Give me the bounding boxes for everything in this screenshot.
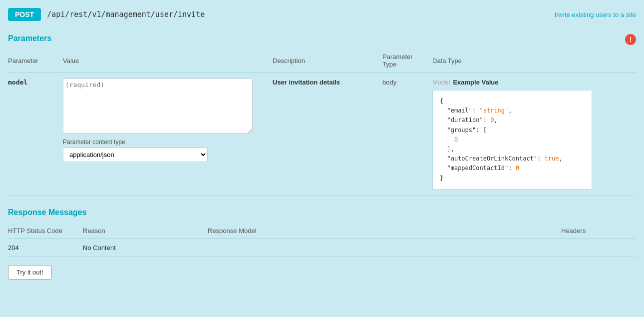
datatype-tabs: Model Example Value bbox=[432, 78, 632, 86]
error-icon[interactable]: ! bbox=[625, 34, 636, 45]
col-header-parameter: Parameter bbox=[8, 50, 63, 72]
param-name-cell: model bbox=[8, 72, 63, 196]
col-header-reason: Reason bbox=[83, 224, 208, 239]
response-header-row: HTTP Status Code Reason Response Model H… bbox=[8, 224, 636, 239]
parameters-section: Parameters ! Parameter Value Description… bbox=[8, 34, 636, 196]
try-it-out-button[interactable]: Try it out! bbox=[8, 265, 52, 280]
error-icon-circle[interactable]: ! bbox=[625, 34, 636, 45]
param-datatype-cell: Model Example Value { "email": "string",… bbox=[432, 72, 636, 196]
col-header-headers: Headers bbox=[561, 224, 636, 239]
parameters-table: Parameter Value Description Parameter Ty… bbox=[8, 50, 636, 196]
col-header-response-model: Response Model bbox=[208, 224, 561, 239]
response-section: Response Messages HTTP Status Code Reaso… bbox=[8, 208, 636, 257]
params-header-row: Parameter Value Description Parameter Ty… bbox=[8, 50, 636, 72]
param-description-cell: User invitation details bbox=[273, 72, 382, 196]
endpoint-description[interactable]: Invite existing users to a site bbox=[555, 11, 636, 18]
param-value-textarea[interactable] bbox=[63, 78, 253, 134]
response-table: HTTP Status Code Reason Response Model H… bbox=[8, 224, 636, 257]
response-row-204: 204 No Content bbox=[8, 238, 636, 256]
content-type-select[interactable]: application/json bbox=[63, 148, 208, 162]
response-headers-cell bbox=[561, 238, 636, 256]
param-value-cell: Parameter content type: application/json bbox=[63, 72, 273, 196]
param-name: model bbox=[8, 78, 27, 86]
post-badge[interactable]: POST bbox=[8, 8, 41, 21]
endpoint-path: /api/rest/v1/management/user/invite bbox=[47, 10, 205, 19]
col-header-status: HTTP Status Code bbox=[8, 224, 83, 239]
tab-example[interactable]: Example Value bbox=[453, 78, 498, 86]
response-model-cell bbox=[208, 238, 561, 256]
endpoint-left: POST /api/rest/v1/management/user/invite bbox=[8, 8, 205, 21]
response-status-code: 204 bbox=[8, 238, 83, 256]
json-preview: { "email": "string", "duration": 0, "gro… bbox=[432, 90, 592, 190]
endpoint-header: POST /api/rest/v1/management/user/invite… bbox=[8, 5, 636, 24]
response-reason: No Content bbox=[83, 238, 208, 256]
col-header-value: Value bbox=[63, 50, 273, 72]
tab-model[interactable]: Model bbox=[432, 78, 450, 86]
param-row-model: model Parameter content type: applicatio… bbox=[8, 72, 636, 196]
param-type-cell: body bbox=[382, 72, 432, 196]
response-title: Response Messages bbox=[8, 208, 636, 219]
col-header-datatype: Data Type bbox=[432, 50, 636, 72]
param-type: body bbox=[382, 78, 396, 86]
col-header-type: Parameter Type bbox=[382, 50, 432, 72]
param-description: User invitation details bbox=[273, 78, 340, 86]
col-header-description: Description bbox=[273, 50, 382, 72]
page-container: POST /api/rest/v1/management/user/invite… bbox=[0, 0, 644, 317]
content-type-label: Parameter content type: bbox=[63, 138, 269, 146]
parameters-title: Parameters bbox=[8, 34, 636, 45]
